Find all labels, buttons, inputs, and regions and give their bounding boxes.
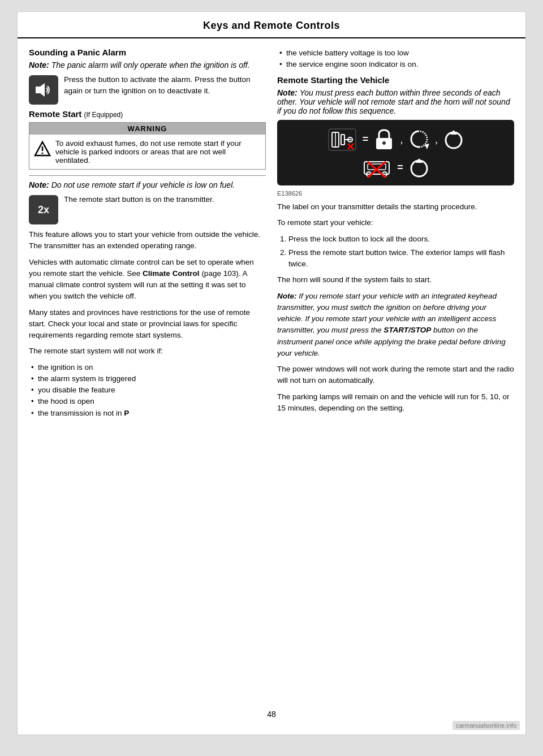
- car-x-icon-svg: [362, 156, 391, 180]
- unlock-icon-svg: [409, 128, 429, 152]
- note-text-1: The panic alarm will only operate when t…: [51, 61, 250, 70]
- comma-1: ,: [400, 133, 403, 146]
- svg-point-14: [382, 141, 386, 145]
- diagram-equals-1: =: [363, 133, 369, 145]
- remote-start-title: Remote Start (If Equipped): [29, 109, 266, 119]
- climate-control-link: Climate Control: [143, 269, 200, 278]
- remote-start-icon-text: The remote start button is on the transm…: [64, 194, 214, 205]
- transmission-p: P: [124, 409, 129, 417]
- bullet-disable: you disable the feature: [31, 385, 266, 396]
- steps-intro: To remote start your vehicle:: [277, 217, 514, 228]
- panic-alarm-icon-row: Press the button to activate the alarm. …: [29, 74, 266, 105]
- sounding-alarm-title: Sounding a Panic Alarm: [29, 47, 266, 57]
- step-1: Press the lock button to lock all the do…: [288, 234, 514, 245]
- bullet-hood: the hood is open: [31, 396, 266, 407]
- note-label-1: Note:: [29, 61, 49, 70]
- diagram-row-2: =: [362, 156, 429, 180]
- remote-start-note1: Note: Do not use remote start if your ve…: [29, 180, 266, 189]
- divider-1: [29, 175, 266, 176]
- remote-start-icon-row: 2x The remote start button is on the tra…: [29, 194, 266, 224]
- warning-triangle-icon: [34, 140, 51, 157]
- note-label-2: Note:: [29, 180, 49, 189]
- remote-start-bullets: the ignition is on the alarm system is t…: [29, 362, 266, 419]
- remote-start-para4: The remote start system will not work if…: [29, 345, 266, 357]
- bullet-ignition: the ignition is on: [31, 362, 266, 373]
- remote-start-para1: This feature allows you to start your ve…: [29, 229, 266, 252]
- if-equipped-label: (If Equipped): [84, 111, 123, 119]
- page-number: 48: [267, 710, 276, 719]
- sounding-alarm-note: Note: The panic alarm will only operate …: [29, 61, 266, 70]
- bullet-transmission: the transmission is not in P: [31, 408, 266, 419]
- bullet-alarm: the alarm system is triggered: [31, 373, 266, 385]
- bullet-battery: the vehicle battery voltage is too low: [279, 47, 514, 59]
- warning-body: To avoid exhaust fumes, do not use remot…: [29, 135, 265, 169]
- remote-start-para3: Many states and provinces have restricti…: [29, 307, 266, 342]
- remote-start-para2: Vehicles with automatic climate control …: [29, 257, 266, 303]
- remote-starting-title: Remote Starting the Vehicle: [277, 75, 514, 85]
- horn-note: The horn will sound if the system fails …: [277, 274, 514, 286]
- step-2: Press the remote start button twice. The…: [288, 247, 514, 270]
- page-content: Sounding a Panic Alarm Note: The panic a…: [18, 38, 525, 440]
- start-stop-bold: START/STOP: [383, 326, 431, 334]
- power-windows-text: The power windows will not work during t…: [277, 364, 514, 387]
- page-header: Keys and Remote Controls: [18, 12, 525, 38]
- right-bullets: the vehicle battery voltage is too low t…: [277, 47, 514, 71]
- right-column: the vehicle battery voltage is too low t…: [277, 47, 514, 424]
- speaker-icon: [33, 80, 54, 100]
- diagram-equals-2: =: [397, 162, 403, 174]
- comma-2: ,: [435, 133, 438, 146]
- warning-text: To avoid exhaust fumes, do not use remot…: [55, 139, 261, 165]
- lock-icon-svg: [374, 128, 394, 152]
- circular-arrow2-svg: [409, 156, 429, 180]
- note-text-2: Do not use remote start if your vehicle …: [51, 180, 235, 189]
- bullet-service-engine: the service engine soon indicator is on.: [279, 59, 514, 70]
- remote-start-note2: Note: If you remote start your vehicle w…: [277, 291, 514, 360]
- diagram-caption: E138626: [277, 189, 514, 198]
- note-text-3: You must press each button within three …: [277, 88, 510, 115]
- diagram-row-1: = , ,: [327, 128, 464, 152]
- warning-box: WARNING To avoid exhaust fumes, do not u…: [29, 122, 266, 170]
- remote-start-steps: Press the lock button to lock all the do…: [277, 234, 514, 270]
- transmitter-label-text: The label on your transmitter details th…: [277, 201, 514, 213]
- 2x-icon: 2x: [29, 195, 58, 224]
- remote-diagram: = , ,: [277, 120, 514, 185]
- left-column: Sounding a Panic Alarm Note: The panic a…: [29, 47, 266, 424]
- parking-lamps-text: The parking lamps will remain on and the…: [277, 391, 514, 414]
- engine-icon-svg: [327, 128, 357, 152]
- note-label-4: Note:: [277, 292, 297, 300]
- note-label-3: Note:: [277, 88, 298, 97]
- svg-marker-1: [40, 83, 45, 97]
- remote-starting-note: Note: You must press each button within …: [277, 88, 514, 115]
- panic-alarm-text: Press the button to activate the alarm. …: [64, 74, 266, 97]
- page: Keys and Remote Controls Sounding a Pani…: [17, 11, 526, 735]
- watermark: carmanualsonline.info: [453, 721, 520, 730]
- page-title: Keys and Remote Controls: [203, 20, 340, 31]
- svg-point-4: [42, 153, 44, 154]
- svg-rect-0: [36, 87, 40, 93]
- panic-alarm-icon: [29, 75, 58, 105]
- circular-arrows-svg: [443, 128, 464, 152]
- warning-header: WARNING: [29, 123, 265, 135]
- svg-rect-8: [341, 135, 344, 145]
- page-footer: 48: [18, 705, 525, 723]
